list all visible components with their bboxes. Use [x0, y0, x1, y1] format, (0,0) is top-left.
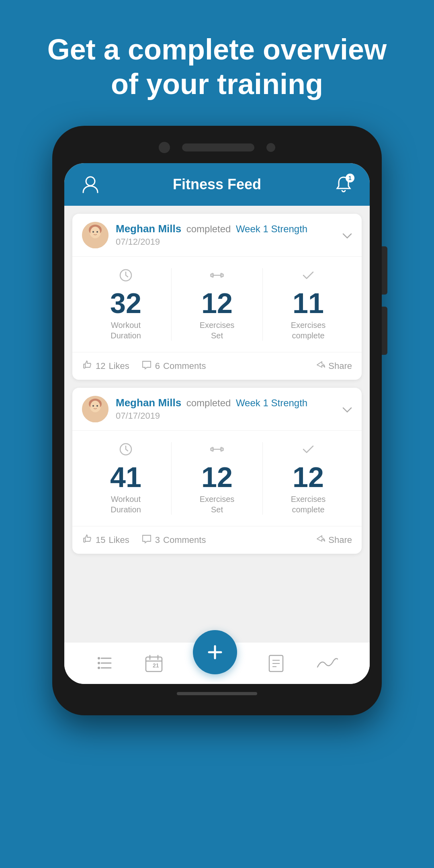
card-2-info: Meghan Mills completed Week 1 Strength 0… — [116, 397, 342, 421]
card-1-exercises-set-label: ExercisesSet — [200, 320, 235, 341]
svg-text:21: 21 — [153, 662, 159, 669]
card-2-comments[interactable]: 3 Comments — [141, 534, 206, 547]
workout-card-2: Meghan Mills completed Week 1 Strength 0… — [72, 388, 362, 554]
app-header: Fitness Feed 1 — [64, 163, 370, 206]
avatar-1 — [82, 222, 108, 248]
svg-point-32 — [98, 657, 100, 659]
nav-notes-button[interactable] — [266, 653, 286, 673]
card-2-likes-label: Likes — [108, 535, 129, 545]
card-1-user-name: Meghan Mills — [116, 223, 181, 235]
card-1-share[interactable]: Share — [315, 360, 352, 373]
phone-mockup: Fitness Feed 1 — [52, 126, 382, 715]
card-2-stat-duration: 41 WorkoutDuration — [80, 442, 171, 515]
svg-point-19 — [92, 405, 94, 407]
card-2-action: completed — [186, 397, 231, 408]
svg-point-0 — [86, 177, 95, 186]
card-2-exercises-complete-label: Exercisescomplete — [291, 494, 326, 515]
card-1-likes[interactable]: 12 Likes — [82, 360, 129, 373]
nav-chart-button[interactable] — [315, 654, 339, 672]
share-icon-2 — [315, 534, 325, 547]
phone-top-bar — [64, 142, 370, 163]
card-1-stat-exercises-complete: 11 Exercisescomplete — [263, 268, 354, 341]
svg-point-20 — [96, 405, 98, 407]
card-1-comments-count: 6 — [155, 361, 160, 371]
workout-card-1: Meghan Mills completed Week 1 Strength 0… — [72, 214, 362, 380]
thumbs-up-icon-1 — [82, 360, 92, 373]
feed-content: Meghan Mills completed Week 1 Strength 0… — [64, 206, 370, 562]
side-button-2 — [382, 307, 387, 355]
svg-point-34 — [98, 667, 100, 669]
card-1-exercises-complete-value: 11 — [293, 289, 324, 317]
svg-point-6 — [96, 231, 98, 233]
phone-camera — [159, 142, 170, 153]
card-1-action: completed — [186, 223, 231, 234]
phone-dot — [266, 143, 275, 152]
card-1-exercises-complete-label: Exercisescomplete — [291, 320, 326, 341]
page-title: Get a complete overview of your training — [0, 0, 434, 126]
phone-screen: Fitness Feed 1 — [64, 163, 370, 684]
card-2-workout: Week 1 Strength — [236, 397, 307, 408]
dumbbell-icon-2 — [210, 442, 224, 459]
card-2-share-label: Share — [328, 535, 352, 545]
bottom-nav: 21 — [64, 642, 370, 684]
home-indicator — [177, 692, 257, 695]
svg-point-33 — [98, 662, 100, 664]
card-1-likes-label: Likes — [108, 361, 129, 371]
card-1-stat-duration: 32 WorkoutDuration — [80, 268, 171, 341]
fab-add-button[interactable] — [193, 630, 237, 674]
card-1-duration-label: WorkoutDuration — [111, 320, 141, 341]
clock-icon-2 — [119, 442, 133, 459]
card-2-likes[interactable]: 15 Likes — [82, 534, 129, 547]
card-2-stat-exercises-set: 12 ExercisesSet — [172, 442, 262, 515]
thumbs-up-icon-2 — [82, 534, 92, 547]
checkmark-icon-1 — [301, 268, 315, 285]
checkmark-icon-2 — [301, 442, 315, 459]
svg-point-18 — [90, 401, 100, 412]
card-1-exercises-set-value: 12 — [201, 289, 233, 317]
card-2-chevron-icon[interactable] — [342, 403, 352, 416]
card-1-comments-label: Comments — [163, 361, 206, 371]
dumbbell-icon-1 — [210, 268, 224, 285]
card-2-stat-exercises-complete: 12 Exercisescomplete — [263, 442, 354, 515]
card-1-likes-count: 12 — [96, 361, 105, 371]
card-1-chevron-icon[interactable] — [342, 229, 352, 242]
card-2-duration-label: WorkoutDuration — [111, 494, 141, 515]
card-2-comments-label: Comments — [163, 535, 206, 545]
side-button-1 — [382, 246, 387, 295]
comment-icon-2 — [141, 534, 152, 547]
share-icon-1 — [315, 360, 325, 373]
card-2-exercises-set-label: ExercisesSet — [200, 494, 235, 515]
svg-point-5 — [92, 231, 94, 233]
nav-list-button[interactable] — [95, 654, 115, 672]
svg-point-4 — [90, 227, 100, 238]
card-2-exercises-complete-value: 12 — [293, 463, 324, 491]
card-1-workout: Week 1 Strength — [236, 223, 307, 234]
card-2-duration-value: 41 — [110, 463, 141, 491]
card-2-share[interactable]: Share — [315, 534, 352, 547]
card-1-duration-value: 32 — [110, 289, 141, 317]
card-1-share-label: Share — [328, 361, 352, 371]
card-2-exercises-set-value: 12 — [201, 463, 233, 491]
card-1-date: 07/12/2019 — [116, 237, 342, 247]
card-2-likes-count: 15 — [96, 535, 105, 545]
avatar-2 — [82, 396, 108, 422]
svg-rect-28 — [84, 538, 85, 542]
card-2-stats: 41 WorkoutDuration — [72, 431, 362, 526]
card-2-date: 07/17/2019 — [116, 411, 342, 421]
card-1-info: Meghan Mills completed Week 1 Strength 0… — [116, 223, 342, 247]
card-2-comments-count: 3 — [155, 535, 160, 545]
card-1-stats: 32 WorkoutDuration — [72, 257, 362, 352]
svg-rect-14 — [84, 364, 85, 368]
clock-icon — [119, 268, 133, 285]
profile-icon[interactable] — [80, 174, 100, 194]
card-1-footer: 12 Likes 6 Comments — [72, 352, 362, 380]
card-2-footer: 15 Likes 3 Comments — [72, 526, 362, 554]
comment-icon-1 — [141, 360, 152, 373]
card-1-comments[interactable]: 6 Comments — [141, 360, 206, 373]
nav-calendar-button[interactable]: 21 — [144, 653, 164, 673]
card-1-stat-exercises-set: 12 ExercisesSet — [172, 268, 262, 341]
notification-badge: 1 — [346, 174, 354, 182]
notification-button[interactable]: 1 — [334, 174, 354, 194]
card-2-header: Meghan Mills completed Week 1 Strength 0… — [72, 388, 362, 431]
phone-bottom-bar — [64, 684, 370, 695]
